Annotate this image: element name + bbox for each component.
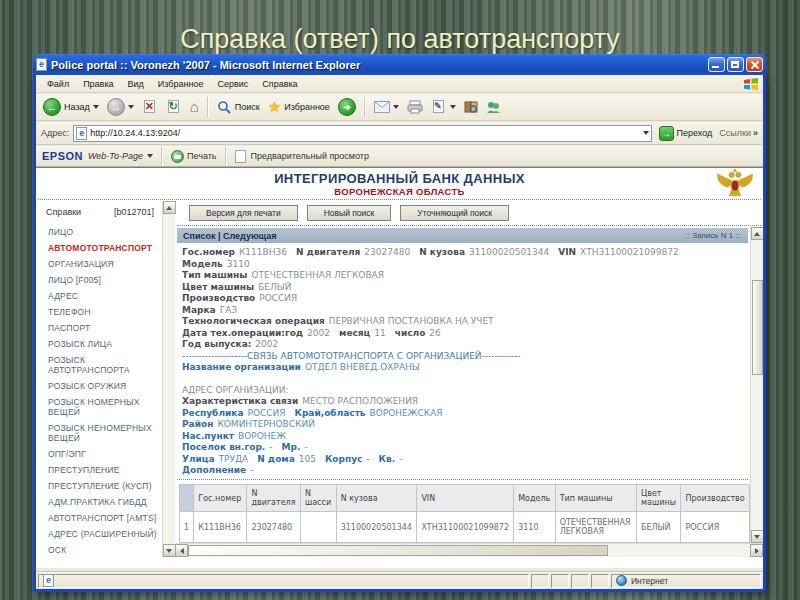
action-button[interactable]: Новый поиск bbox=[307, 205, 392, 221]
sidebar-item[interactable]: ЛИЦО bbox=[36, 224, 162, 240]
main-scrollbar-vertical[interactable] bbox=[750, 227, 763, 543]
sidebar-item[interactable]: ПРЕСТУПЛЕНИЕ (КУСП) bbox=[36, 478, 162, 494]
forward-dropdown-icon[interactable] bbox=[128, 105, 134, 109]
sidebar-item[interactable]: АДРЕС (РАСШИРЕННЫЙ) bbox=[36, 526, 162, 542]
toolbar-separator bbox=[364, 97, 366, 117]
epson-webtopage-menu[interactable]: Web-To-Page bbox=[88, 151, 153, 161]
action-button[interactable]: Версия для печати bbox=[189, 205, 298, 221]
table-header-cell: N двигателя bbox=[247, 485, 300, 512]
back-button[interactable]: ← Назад bbox=[40, 97, 102, 117]
sidebar-item[interactable]: ЛИЦО [F005] bbox=[36, 272, 162, 288]
epson-preview-button[interactable]: Предварительный просмотр bbox=[235, 150, 369, 163]
record-line: Название организацииОТДЕЛ ВНЕВЕД.ОХРАНЫ bbox=[182, 362, 750, 374]
list-next-links[interactable]: Список | Следующая bbox=[183, 231, 277, 241]
forward-button[interactable]: → bbox=[104, 97, 137, 117]
results-table: Гос.номерN двигателяN шассиN кузоваVINМо… bbox=[179, 484, 750, 543]
menu-item[interactable]: Справка bbox=[255, 77, 304, 91]
sidebar-item[interactable]: РОЗЫСК НОМЕРНЫХ ВЕЩЕЙ bbox=[36, 394, 162, 420]
sidebar-item[interactable]: ПАСПОРТ bbox=[36, 320, 162, 336]
field-label: Технологическая операция bbox=[182, 316, 325, 326]
epson-print-label: Печать bbox=[187, 151, 216, 161]
menu-item[interactable]: Вид bbox=[121, 77, 151, 91]
sidebar-item[interactable]: АДРЕС bbox=[36, 288, 162, 304]
address-dropdown-icon[interactable] bbox=[643, 131, 649, 135]
sidebar-item[interactable]: ОРГАНИЗАЦИЯ bbox=[36, 256, 162, 272]
minimize-button[interactable] bbox=[708, 57, 725, 72]
scroll-up-icon[interactable] bbox=[751, 227, 764, 240]
action-buttons-row: Версия для печатиНовый поискУточняющий п… bbox=[175, 201, 763, 224]
table-header-cell bbox=[180, 485, 194, 512]
sidebar-scrollbar[interactable] bbox=[162, 201, 175, 557]
mvd-emblem-icon bbox=[715, 169, 755, 199]
history-button[interactable]: ➜ bbox=[335, 97, 359, 117]
mail-button[interactable] bbox=[371, 100, 402, 114]
edit-dropdown-icon[interactable] bbox=[450, 105, 456, 109]
sidebar-item[interactable]: АДМ.ПРАКТИКА ГИБДД bbox=[36, 494, 162, 510]
scroll-down-icon[interactable] bbox=[163, 544, 176, 557]
search-button[interactable]: Поиск bbox=[214, 99, 263, 116]
go-arrow-icon: → bbox=[659, 126, 674, 141]
favorites-star-icon: ★ bbox=[268, 99, 281, 115]
sidebar-item[interactable]: АВТОМОТОТРАНСПОРТ bbox=[36, 240, 162, 256]
field-value: ОТДЕЛ ВНЕВЕД.ОХРАНЫ bbox=[305, 362, 420, 372]
table-row[interactable]: 1К111ВН362302748031100020501344ХТН311000… bbox=[180, 512, 750, 543]
table-header-cell: N шасси bbox=[300, 485, 336, 512]
record-line bbox=[182, 374, 750, 385]
messenger-button[interactable] bbox=[483, 99, 504, 115]
back-dropdown-icon[interactable] bbox=[93, 105, 99, 109]
maximize-button[interactable] bbox=[727, 57, 744, 72]
sidebar-item[interactable]: РОЗЫСК НЕНОМЕРНЫХ ВЕЩЕЙ bbox=[36, 420, 162, 446]
edit-button[interactable]: ✎ bbox=[428, 98, 459, 116]
favorites-button[interactable]: ★ Избранное bbox=[265, 98, 333, 116]
field-value: --------------------СВЯЗЬ АВТОМОТОТРАНСП… bbox=[182, 351, 521, 361]
address-input[interactable] bbox=[90, 128, 639, 138]
window-title-bar[interactable]: e Police portal :: Voronezh '2007 - Micr… bbox=[33, 54, 766, 75]
stop-button[interactable]: ✕ bbox=[139, 98, 161, 116]
sidebar-item[interactable]: ОПГ/ЭПГ bbox=[36, 446, 162, 462]
go-button[interactable]: → Переход bbox=[656, 125, 716, 142]
scroll-left-icon[interactable] bbox=[175, 544, 188, 557]
menu-item[interactable]: Правка bbox=[76, 77, 120, 91]
field-label: N кузова bbox=[419, 247, 465, 257]
table-cell: 23027480 bbox=[247, 512, 300, 543]
action-button[interactable]: Уточняющий поиск bbox=[400, 205, 509, 221]
sidebar-item[interactable]: РОЗЫСК ЛИЦА bbox=[36, 336, 162, 352]
page-viewport: ИНТЕГРИРОВАННЫЙ БАНК ДАННЫХ ВОРОНЕЖСКАЯ … bbox=[36, 167, 763, 568]
refresh-button[interactable]: ↻ bbox=[163, 98, 185, 116]
close-button[interactable] bbox=[746, 57, 763, 72]
browser-window: e Police portal :: Voronezh '2007 - Micr… bbox=[33, 75, 766, 592]
menu-item[interactable]: Избранное bbox=[151, 77, 211, 91]
table-cell: ОТЕЧЕСТВЕННАЯ ЛЕГКОВАЯ bbox=[555, 512, 636, 543]
sidebar-item[interactable]: ТЕЛЕФОН bbox=[36, 304, 162, 320]
links-button[interactable]: Ссылки » bbox=[719, 128, 758, 138]
sidebar-item[interactable]: РОЗЫСК АВТОТРАНСПОРТА bbox=[36, 352, 162, 378]
sidebar-item[interactable]: РОЗЫСК ОРУЖИЯ bbox=[36, 378, 162, 394]
sidebar-item[interactable]: АВТОТРАНСПОРТ [AMTS] bbox=[36, 510, 162, 526]
sidebar-item[interactable]: ОСК bbox=[36, 542, 162, 557]
main-scrollbar-horizontal[interactable] bbox=[175, 543, 763, 557]
menu-item[interactable]: Сервис bbox=[210, 77, 255, 91]
record-nav-bar: Список | Следующая .:: Запись N 1 ::. bbox=[177, 228, 748, 243]
epson-print-button[interactable]: Печать bbox=[171, 150, 216, 163]
scroll-down-icon[interactable] bbox=[751, 530, 764, 543]
research-button[interactable] bbox=[461, 99, 481, 115]
field-value: 26 bbox=[429, 328, 440, 338]
mail-dropdown-icon[interactable] bbox=[393, 105, 399, 109]
print-button[interactable] bbox=[404, 99, 426, 115]
field-label: Улица bbox=[182, 454, 215, 464]
back-label: Назад bbox=[64, 102, 90, 112]
scroll-right-icon[interactable] bbox=[750, 544, 763, 557]
bank-region: ВОРОНЕЖСКАЯ ОБЛАСТЬ bbox=[36, 186, 763, 197]
record-line: --------------------СВЯЗЬ АВТОМОТОТРАНСП… bbox=[182, 351, 750, 363]
scroll-up-icon[interactable] bbox=[163, 201, 176, 214]
links-label: Ссылки bbox=[719, 128, 751, 138]
table-header-row: Гос.номерN двигателяN шассиN кузоваVINМо… bbox=[180, 485, 750, 512]
status-cell bbox=[591, 574, 609, 588]
record-line: Цвет машиныБЕЛЫЙ bbox=[182, 282, 750, 294]
home-button[interactable]: ⌂ bbox=[187, 98, 202, 116]
field-label: число bbox=[395, 328, 426, 338]
field-value: ХТН31100021099872 bbox=[580, 247, 679, 257]
sidebar-item[interactable]: ПРЕСТУПЛЕНИЕ bbox=[36, 462, 162, 478]
field-value: КОМИНТЕРНОВСКИЙ bbox=[217, 419, 315, 429]
menu-item[interactable]: Файл bbox=[40, 77, 76, 91]
